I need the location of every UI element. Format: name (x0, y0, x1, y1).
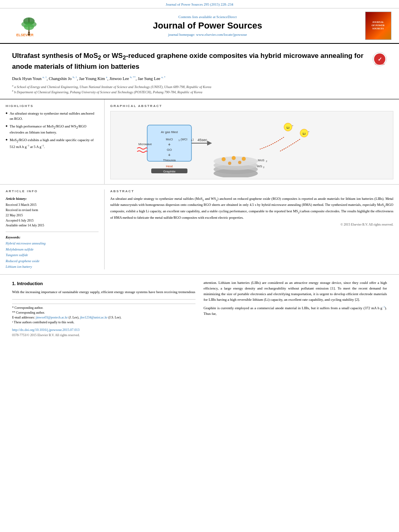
highlights-list: An ultrafast strategy to synthesize meta… (6, 111, 99, 150)
issn-text: 0378-7753/© 2015 Elsevier B.V. All right… (12, 333, 195, 338)
body-left-column: 1. Introduction With the increasing impo… (12, 280, 195, 338)
email-link-2[interactable]: jlee1234@unist.ac.kr (80, 316, 107, 319)
svg-text:6: 6 (191, 139, 192, 142)
journal-title: Journal of Power Sources (153, 21, 262, 31)
svg-point-7 (28, 31, 30, 33)
intro-paragraph-3: Graphite is currently employed as a comm… (204, 305, 387, 317)
svg-text:+: + (168, 153, 171, 157)
body-right-column: attention. Lithium ion batteries (LIBs) … (204, 280, 387, 338)
sciencedirect-text[interactable]: Contents lists available at ScienceDirec… (179, 15, 237, 19)
keywords-section: Keywords: Hybrid microwave annealing Mol… (6, 235, 99, 269)
svg-text:+: + (168, 142, 171, 147)
svg-point-37 (228, 162, 231, 165)
svg-text:+: + (292, 124, 294, 127)
footnote-corresponding-1: * Corresponding author. (12, 306, 195, 310)
svg-text:2: 2 (266, 160, 267, 162)
footnote-emails: E-mail addresses: jinwoo03@postech.ac.kr… (12, 315, 195, 320)
doi-link[interactable]: http://dx.doi.org/10.1016/j.jpowsour.201… (12, 327, 195, 333)
footnote-area: * Corresponding author. ** Corresponding… (12, 299, 195, 325)
keywords-label: Keywords: (6, 235, 99, 239)
highlight-item-3: MoS2/RGO exhibits a high and stable spec… (6, 138, 99, 150)
svg-text:CrossMark: CrossMark (375, 63, 385, 65)
highlight-item-1: An ultrafast strategy to synthesize meta… (6, 111, 99, 121)
graphical-abstract-image: Ar gas filled MoCl 5 (WCl 6 ) + GO + Thi… (110, 111, 393, 179)
svg-text:Thiourea: Thiourea (163, 158, 176, 162)
highlight-item-2: The high performance of MoS2/RGO and WS2… (6, 124, 99, 136)
svg-rect-8 (28, 33, 30, 35)
article-info-column: ARTICLE INFO Article history: Received 3… (0, 189, 105, 270)
footnote-equal-contribution: ¹ These authors contributed equally to t… (12, 320, 195, 325)
accepted-date: Accepted 6 July 2015 (6, 218, 99, 224)
crossmark-area: ✓ CrossMark (372, 52, 387, 67)
abstract-text: An ultrafast and simple strategy to synt… (110, 196, 393, 220)
keyword-5: Lithium ion battery (6, 264, 99, 269)
journal-header: ELSEVIER Contents lists available at Sci… (0, 8, 399, 44)
svg-text:5: 5 (179, 139, 180, 142)
article-title-section: ✓ CrossMark Ultrafast synthesis of MoS2 … (0, 44, 399, 99)
svg-point-6 (24, 24, 34, 30)
svg-text:(WCl: (WCl (181, 138, 187, 141)
journal-homepage-link[interactable]: journal homepage: www.elsevier.com/locat… (168, 33, 247, 37)
main-content: 1. Introduction With the increasing impo… (0, 275, 399, 343)
received-date: Received 3 March 2015 (6, 203, 99, 208)
journal-cover-area: JOURNALOF POWERSOURCES (362, 12, 394, 40)
revised-date: 22 May 2015 (6, 213, 99, 218)
highlights-graphical-section: HIGHLIGHTS An ultrafast strategy to synt… (0, 99, 399, 185)
journal-cover-image: JOURNALOF POWERSOURCES (365, 12, 391, 40)
email-link-1[interactable]: jinwoo03@postech.ac.kr (36, 316, 68, 319)
keyword-2: Molybdenum sulfide (6, 246, 99, 252)
svg-text:): ) (193, 138, 194, 141)
article-title: Ultrafast synthesis of MoS2 or WS2-reduc… (12, 51, 387, 72)
intro-paragraph-1: With the increasing importance of sustai… (12, 290, 195, 295)
graphical-abstract-column: GRAPHICAL ABSTRACT Ar gas filled MoCl 5 … (105, 99, 399, 184)
svg-text:Heat: Heat (166, 164, 173, 168)
svg-point-36 (242, 157, 246, 161)
body-columns: 1. Introduction With the increasing impo… (12, 280, 387, 338)
highlights-column: HIGHLIGHTS An ultrafast strategy to synt… (0, 99, 105, 184)
svg-text:Li: Li (286, 126, 289, 129)
available-date: Available online 14 July 2015 (6, 223, 99, 228)
svg-text:✓: ✓ (378, 56, 382, 62)
article-history-label: Article history: (6, 196, 99, 202)
svg-text:Li: Li (302, 132, 305, 136)
footnote-corresponding-2: ** Corresponding author. (12, 310, 195, 315)
journal-reference-bar: Journal of Power Sources 295 (2015) 228–… (0, 0, 399, 8)
svg-point-34 (222, 157, 226, 161)
graphical-abstract-label: GRAPHICAL ABSTRACT (110, 104, 393, 108)
article-info-abstract-section: ARTICLE INFO Article history: Received 3… (0, 185, 399, 275)
svg-text:ELSEVIER: ELSEVIER (16, 33, 34, 37)
keyword-1: Hybrid microwave annealing (6, 240, 99, 246)
article-info-label: ARTICLE INFO (6, 189, 99, 193)
copyright-text: © 2015 Elsevier B.V. All rights reserved… (110, 223, 393, 226)
revised-label: Received in revised form (6, 208, 99, 213)
svg-text:Ar gas filled: Ar gas filled (161, 130, 178, 134)
highlights-label: HIGHLIGHTS (6, 104, 99, 108)
intro-paragraph-2: attention. Lithium ion batteries (LIBs) … (204, 280, 387, 303)
abstract-label: ABSTRACT (110, 189, 393, 193)
svg-text:MoCl: MoCl (166, 138, 173, 141)
publisher-logo-area: ELSEVIER (5, 12, 53, 40)
svg-text:2: 2 (263, 166, 265, 168)
graphical-abstract-svg: Ar gas filled MoCl 5 (WCl 6 ) + GO + Thi… (135, 113, 368, 177)
svg-point-35 (232, 156, 236, 160)
keyword-4: Reduced graphene oxide (6, 258, 99, 264)
svg-text:+: + (308, 130, 310, 133)
elsevier-logo-icon: ELSEVIER (11, 15, 47, 37)
svg-point-38 (238, 161, 241, 164)
svg-text:GO: GO (167, 148, 172, 152)
svg-text:MoS: MoS (258, 158, 264, 162)
svg-text:45sec: 45sec (197, 138, 208, 142)
keyword-3: Tungsten sulfide (6, 252, 99, 258)
svg-text:Microwave: Microwave (138, 143, 152, 146)
svg-text:WS: WS (257, 164, 262, 168)
affiliations: a a School of Energy and Chemical Engine… (12, 84, 387, 95)
svg-point-33 (214, 156, 258, 166)
intro-section-title: 1. Introduction (12, 280, 195, 287)
authors-line: Duck Hyun Youn a, 1, Changshin Jo b, 1, … (12, 76, 387, 81)
journal-title-area: Contents lists available at ScienceDirec… (53, 12, 362, 40)
article-dates: Article history: Received 3 March 2015 R… (6, 196, 99, 232)
crossmark-icon: ✓ CrossMark (372, 52, 387, 66)
svg-text:Graphite: Graphite (163, 170, 176, 173)
abstract-column: ABSTRACT An ultrafast and simple strateg… (105, 189, 399, 270)
